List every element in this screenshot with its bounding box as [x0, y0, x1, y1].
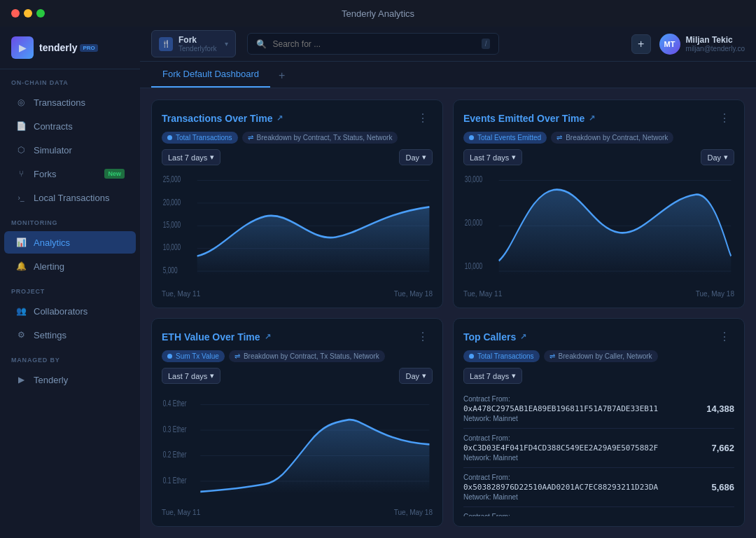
caller-network-1: Network: Mainnet: [463, 454, 703, 462]
sidebar-item-alerting[interactable]: 🔔 Alerting: [4, 255, 136, 277]
sidebar-item-settings[interactable]: ⚙ Settings: [4, 324, 136, 346]
chart-pills-events: Total Events Emitted ⇌ Breakdown by Cont…: [463, 132, 734, 144]
time-range-transactions[interactable]: Last 7 days ▾: [162, 149, 220, 165]
chart-area-eth: 0.4 Ether 0.3 Ether 0.2 Ether 0.1 Ether: [162, 389, 433, 503]
sidebar-item-label-simulator: Simulator: [34, 145, 72, 156]
user-info[interactable]: MT Miljan Tekic miljan@tenderly.co: [659, 34, 745, 55]
chart-title-eth: ETH Value Over Time ↗: [162, 331, 271, 343]
simulator-icon: ⬡: [15, 144, 27, 156]
pill-total-events: Total Events Emitted: [463, 132, 547, 144]
granularity-eth[interactable]: Day ▾: [399, 368, 433, 384]
maximize-button[interactable]: [36, 9, 45, 18]
sidebar-item-label-analytics: Analytics: [34, 237, 70, 248]
contracts-icon: 📄: [15, 120, 27, 132]
sidebar-item-local-transactions[interactable]: ›_ Local Transactions: [4, 186, 136, 209]
caller-item: Contract From: 0x503828976D22510AAD0201A…: [463, 468, 734, 507]
sidebar: ▶ tenderly PRO ON-CHAIN DATA ◎ Transacti…: [0, 27, 140, 538]
search-bar[interactable]: 🔍 /: [247, 33, 499, 55]
search-input[interactable]: [272, 39, 475, 49]
more-btn-events[interactable]: ⋮: [715, 110, 734, 126]
caller-count-0: 14,388: [706, 404, 734, 414]
expand-icon-eth: ↗: [265, 332, 271, 341]
sidebar-item-simulator[interactable]: ⬡ Simulator: [4, 139, 136, 161]
tab-fork-default[interactable]: Fork Default Dashboard: [151, 62, 270, 88]
chart-top-callers: Top Callers ↗ ⋮ Total Transactions ⇌ Bre…: [453, 318, 745, 527]
svg-text:10,000: 10,000: [465, 262, 483, 271]
caller-network-2: Network: Mainnet: [463, 493, 703, 501]
pill-total-transactions: Total Transactions: [162, 132, 238, 144]
new-badge: New: [104, 169, 125, 179]
fork-selector[interactable]: 🍴 Fork Tenderlyfork ▾: [151, 30, 236, 57]
sidebar-item-collaborators[interactable]: 👥 Collaborators: [4, 300, 136, 322]
svg-text:30,000: 30,000: [465, 175, 483, 184]
caller-from-label-2: Contract From:: [463, 474, 703, 481]
chart-eth-value: ETH Value Over Time ↗ ⋮ Sum Tx Value ⇌ B…: [151, 318, 443, 527]
caller-info-2: Contract From: 0x503828976D22510AAD0201A…: [463, 474, 703, 501]
svg-text:15,000: 15,000: [163, 220, 181, 229]
caller-address-2: 0x503828976D22510AAD0201AC7EC88293211D23…: [463, 483, 703, 492]
chart-header-transactions: Transactions Over Time ↗ ⋮: [162, 110, 433, 126]
dashboard: Transactions Over Time ↗ ⋮ Total Transac…: [140, 88, 756, 538]
chart-header-callers: Top Callers ↗ ⋮: [463, 329, 734, 345]
expand-icon-events: ↗: [589, 113, 595, 123]
expand-icon: ↗: [276, 113, 283, 123]
chart-controls-events: Last 7 days ▾ Day ▾: [463, 149, 734, 165]
sidebar-item-label-transactions: Transactions: [34, 97, 85, 108]
more-btn-callers[interactable]: ⋮: [715, 329, 734, 345]
fork-info: Fork Tenderlyfork: [178, 35, 216, 53]
sidebar-item-contracts[interactable]: 📄 Contracts: [4, 115, 136, 137]
avatar: MT: [659, 34, 680, 55]
caller-item: Contract From: 0xA478C2975AB1EA89EB19681…: [463, 389, 734, 429]
sidebar-item-analytics[interactable]: 📊 Analytics: [4, 231, 136, 254]
section-label-project: PROJECT: [0, 278, 140, 299]
chart-svg-transactions: 25,000 20,000 15,000 10,000 5,000: [162, 171, 433, 284]
search-shortcut: /: [482, 39, 491, 49]
sidebar-item-transactions[interactable]: ◎ Transactions: [4, 91, 136, 113]
collaborators-icon: 👥: [15, 305, 27, 317]
chart-svg-eth: 0.4 Ether 0.3 Ether 0.2 Ether 0.1 Ether: [162, 389, 433, 503]
sidebar-item-label-settings: Settings: [34, 330, 66, 340]
svg-text:25,000: 25,000: [163, 175, 181, 184]
pill-dot: [167, 135, 172, 140]
section-label-onchain: ON-CHAIN DATA: [0, 69, 140, 90]
logo-text: tenderly: [39, 42, 77, 53]
sidebar-item-label-local: Local Transactions: [34, 193, 109, 203]
chart-title-callers: Top Callers ↗: [463, 331, 526, 343]
minimize-button[interactable]: [24, 9, 32, 18]
chart-controls-transactions: Last 7 days ▾ Day ▾: [162, 149, 433, 165]
pill-breakdown-eth: ⇌ Breakdown by Contract, Tx Status, Netw…: [229, 350, 385, 362]
transactions-icon: ◎: [15, 97, 27, 108]
more-btn-transactions[interactable]: ⋮: [413, 110, 433, 126]
app-container: ▶ tenderly PRO ON-CHAIN DATA ◎ Transacti…: [0, 27, 756, 538]
granularity-events[interactable]: Day ▾: [701, 149, 734, 165]
svg-text:5,000: 5,000: [163, 265, 178, 275]
section-label-managed: MANAGED BY: [0, 347, 140, 368]
chart-header-events: Events Emitted Over Time ↗ ⋮: [463, 110, 734, 126]
sidebar-item-tenderly[interactable]: ▶ Tenderly: [4, 368, 136, 391]
time-range-eth[interactable]: Last 7 days ▾: [162, 368, 220, 384]
svg-text:0.3 Ether: 0.3 Ether: [163, 425, 187, 434]
search-icon: 🔍: [256, 39, 267, 49]
add-button[interactable]: +: [631, 34, 651, 54]
granularity-transactions[interactable]: Day ▾: [399, 149, 433, 165]
logo-area: ▶ tenderly PRO: [0, 27, 140, 69]
time-range-events[interactable]: Last 7 days ▾: [463, 149, 522, 165]
time-range-callers[interactable]: Last 7 days ▾: [463, 368, 522, 384]
sidebar-item-label-collaborators: Collaborators: [34, 306, 88, 317]
chart-footer-eth: Tue, May 11 Tue, May 18: [162, 509, 433, 516]
tenderly-managed-icon: ▶: [15, 374, 27, 385]
settings-icon: ⚙: [15, 329, 27, 340]
forks-icon: ⑂: [15, 168, 27, 179]
analytics-icon: 📊: [15, 237, 27, 248]
chart-header-eth: ETH Value Over Time ↗ ⋮: [162, 329, 433, 345]
more-btn-eth[interactable]: ⋮: [413, 329, 433, 345]
caller-address-1: 0xC3D03E4F041FD4CD388C549EE2A29A9E507588…: [463, 443, 703, 453]
sidebar-item-label-tenderly: Tenderly: [34, 375, 68, 385]
sidebar-item-forks[interactable]: ⑂ Forks New: [4, 163, 136, 185]
close-button[interactable]: [11, 9, 20, 18]
svg-text:0.4 Ether: 0.4 Ether: [163, 399, 187, 408]
pill-breakdown-transactions: ⇌ Breakdown by Contract, Tx Status, Netw…: [242, 132, 398, 144]
tab-add-button[interactable]: +: [273, 64, 290, 88]
svg-text:10,000: 10,000: [163, 243, 181, 252]
tab-bar: Fork Default Dashboard +: [140, 62, 756, 88]
